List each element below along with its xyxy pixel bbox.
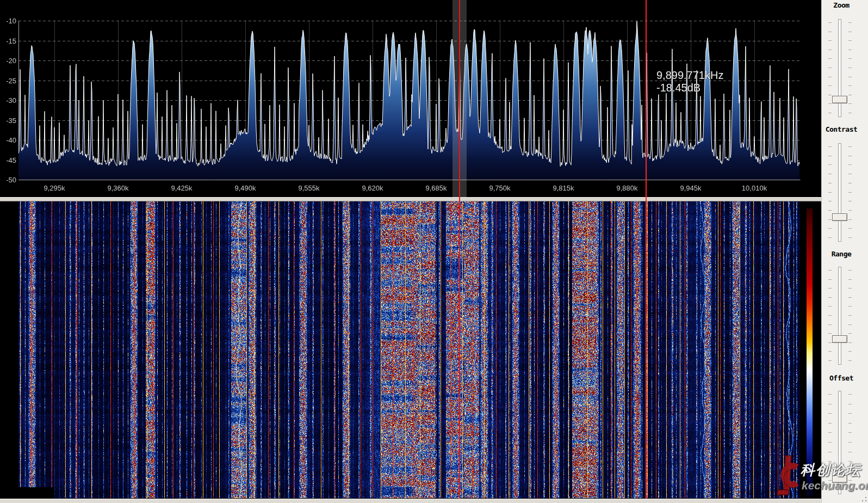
slider-tick: [828, 279, 832, 280]
slider-tick: [848, 324, 852, 325]
slider-tick: [848, 288, 852, 289]
cursor-level-value: -18.45dB: [656, 82, 723, 94]
x-axis-label: 9,295k: [44, 184, 65, 192]
slider-tick: [828, 183, 832, 183]
slider-tick: [828, 201, 832, 201]
offset-label: Offset: [822, 374, 861, 382]
slider-tick: [848, 297, 852, 298]
cursor-readout: 9,899.771kHz -18.45dB: [656, 69, 723, 94]
x-axis-label: 9,555k: [298, 184, 319, 192]
slider-thumb-range[interactable]: [832, 335, 847, 343]
slider-tick: [848, 22, 852, 23]
slider-tick: [828, 219, 832, 220]
x-axis-label: 10,010k: [742, 184, 767, 192]
slider-tick: [828, 351, 832, 352]
band-separator-strip: [0, 197, 821, 201]
slider-tick: [848, 146, 852, 147]
y-axis-label: -40: [0, 136, 16, 144]
slider-tick: [848, 471, 852, 471]
slider-tick: [848, 461, 852, 462]
slider-tick: [848, 85, 852, 86]
slider-tick: [848, 270, 852, 271]
slider-tick: [828, 68, 832, 68]
slider-thumb-offset[interactable]: [832, 475, 847, 483]
slider-tick: [828, 315, 832, 316]
bottom-scroll-strip: [0, 499, 821, 503]
x-axis-label: 9,815k: [553, 184, 574, 192]
control-sidebar: Zoom Contrast Range Offset: [821, 0, 868, 503]
slider-tick: [848, 201, 852, 201]
cursor-frequency-line: [646, 0, 647, 499]
spectrum-panel: -10-15-20-25-30-35-40-45-50 9,295k9,360k…: [0, 0, 821, 197]
contrast-label: Contrast: [822, 125, 861, 133]
slider-tick: [828, 452, 832, 452]
slider-tick: [828, 174, 832, 174]
slider-tick: [828, 413, 832, 414]
slider-tick: [828, 146, 832, 147]
slider-tick: [848, 490, 852, 490]
x-axis-label: 9,490k: [234, 184, 256, 192]
slider-track-range[interactable]: [838, 267, 841, 365]
slider-tick: [848, 342, 852, 343]
slider-tick: [828, 297, 832, 298]
slider-tick: [828, 394, 832, 395]
slider-tick: [828, 228, 832, 229]
slider-tick: [828, 306, 832, 306]
slider-tick: [848, 174, 852, 174]
range-label: Range: [822, 250, 861, 258]
slider-tick: [848, 423, 852, 424]
y-axis-label: -30: [0, 96, 16, 105]
x-axis-label: 9,685k: [425, 184, 447, 192]
y-axis-label: -50: [0, 176, 16, 184]
slider-tick: [848, 32, 852, 32]
slider-tick: [828, 164, 832, 165]
slider-tick: [848, 228, 852, 229]
slider-tick: [848, 279, 852, 280]
slider-tick: [848, 404, 852, 404]
slider-tick: [828, 58, 832, 59]
resize-grip[interactable]: [861, 496, 867, 502]
y-axis-label: -20: [0, 57, 16, 65]
slider-track-contrast[interactable]: [838, 143, 841, 242]
y-axis-label: -10: [0, 17, 16, 25]
slider-tick: [828, 113, 832, 113]
slider-thumb-zoom[interactable]: [832, 96, 847, 103]
slider-tick: [828, 423, 832, 424]
slider-tick: [848, 156, 852, 156]
tuned-frequency-line[interactable]: [459, 0, 460, 499]
slider-tick: [848, 432, 852, 433]
slider-tick: [828, 432, 832, 433]
slider-tick: [828, 480, 832, 481]
slider-tick: [848, 442, 852, 443]
slider-tick: [828, 324, 832, 325]
slider-tick: [828, 270, 832, 271]
slider-tick: [828, 103, 832, 104]
cursor-frequency-value: 9,899.771kHz: [656, 69, 723, 82]
slider-tick: [848, 351, 852, 352]
slider-tick: [828, 210, 832, 211]
x-axis-label: 9,360k: [107, 184, 128, 192]
slider-tick: [828, 50, 832, 50]
slider-tick: [848, 95, 852, 95]
slider-thumb-contrast[interactable]: [832, 213, 847, 221]
slider-tick: [848, 413, 852, 414]
slider-tick: [848, 77, 852, 77]
slider-tick: [828, 471, 832, 471]
x-axis-label: 9,425k: [171, 184, 192, 192]
waterfall-colormap-bar: [807, 208, 813, 497]
y-axis-label: -45: [0, 156, 16, 164]
x-axis-label: 9,620k: [362, 184, 383, 192]
slider-tick: [828, 442, 832, 443]
slider-tick: [848, 394, 852, 395]
slider-tick: [848, 40, 852, 41]
slider-tick: [828, 40, 832, 41]
slider-tick: [828, 404, 832, 404]
slider-tick: [848, 360, 852, 361]
slider-tick: [828, 77, 832, 77]
slider-tick: [828, 192, 832, 193]
waterfall-canvas[interactable]: [18, 201, 800, 498]
spectrum-canvas[interactable]: [0, 0, 821, 197]
x-axis-label: 9,880k: [616, 184, 637, 192]
x-axis-label: 9,945k: [680, 184, 701, 192]
slider-tick: [828, 85, 832, 86]
